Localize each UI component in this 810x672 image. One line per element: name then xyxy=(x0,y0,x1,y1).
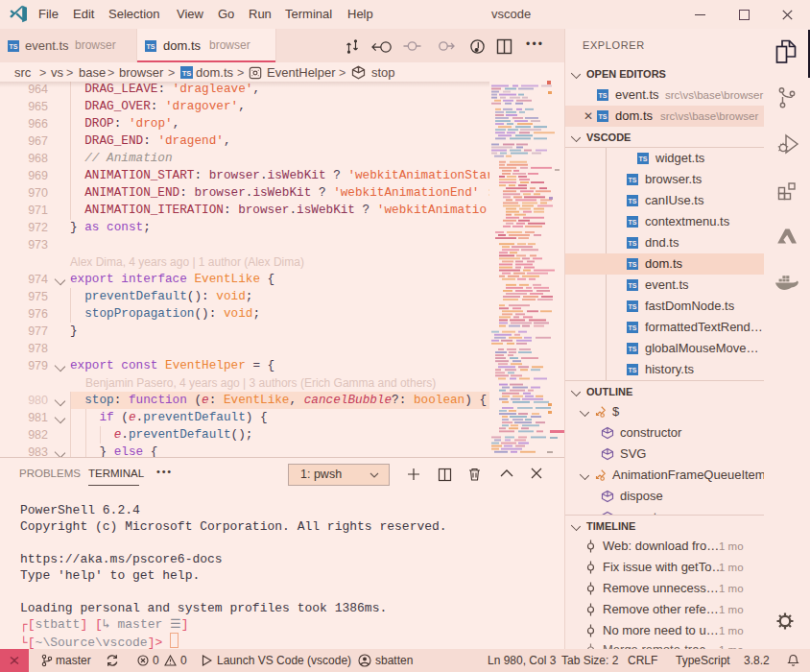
svg-text:TS: TS xyxy=(629,346,637,352)
svg-text:TS: TS xyxy=(629,282,637,289)
svg-text:TS: TS xyxy=(629,303,637,310)
svg-text:TS: TS xyxy=(599,113,608,120)
svg-text:TS: TS xyxy=(629,240,637,247)
svg-text:TS: TS xyxy=(599,92,608,99)
svg-text:TS: TS xyxy=(629,261,637,268)
svg-text:TS: TS xyxy=(147,43,155,50)
svg-text:TS: TS xyxy=(629,219,637,226)
svg-text:TS: TS xyxy=(629,177,637,183)
svg-text:TS: TS xyxy=(639,156,648,162)
svg-text:TS: TS xyxy=(182,69,192,78)
svg-text:TS: TS xyxy=(629,198,637,204)
svg-text:TS: TS xyxy=(629,324,637,331)
svg-text:TS: TS xyxy=(629,367,637,373)
svg-text:TS: TS xyxy=(10,43,18,50)
